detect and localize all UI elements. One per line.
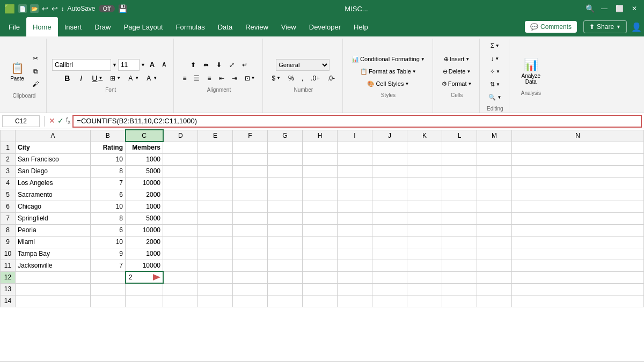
cell-H12[interactable] [303, 271, 338, 283]
clear-btn[interactable]: ✧▼ [485, 65, 504, 77]
font-size-arrow[interactable]: ▼ [141, 62, 145, 68]
cell-A14[interactable] [16, 295, 91, 307]
cell-D14[interactable] [163, 295, 198, 307]
cell-M12[interactable] [477, 271, 512, 283]
cell-H1[interactable] [303, 142, 338, 153]
cell-I6[interactable] [338, 201, 372, 212]
cell-M4[interactable] [477, 177, 512, 189]
number-format-select[interactable]: General [276, 59, 330, 71]
cell-G9[interactable] [268, 236, 303, 248]
cell-B5[interactable]: 6 [91, 189, 126, 201]
cell-K11[interactable] [407, 260, 442, 271]
search-icon[interactable]: 🔍 [586, 4, 595, 13]
cell-C8[interactable]: 10000 [126, 224, 163, 236]
cell-J1[interactable] [372, 142, 407, 153]
cell-I4[interactable] [338, 177, 372, 189]
cell-K6[interactable] [407, 201, 442, 212]
cell-A4[interactable]: Los Angeles [16, 177, 91, 189]
cell-J13[interactable] [372, 283, 407, 295]
cell-A11[interactable]: Jacksonville [16, 260, 91, 271]
cell-F3[interactable] [233, 165, 268, 177]
cell-M2[interactable] [477, 153, 512, 165]
cell-J7[interactable] [372, 212, 407, 224]
cell-A3[interactable]: San Diego [16, 165, 91, 177]
cell-G2[interactable] [268, 153, 303, 165]
cell-B12[interactable] [91, 271, 126, 283]
col-header-d[interactable]: D [163, 130, 198, 142]
cell-A2[interactable]: San Francisco [16, 153, 91, 165]
italic-btn[interactable]: I [75, 72, 87, 84]
cell-C5[interactable]: 2000 [126, 189, 163, 201]
cell-H9[interactable] [303, 236, 338, 248]
font-color-btn[interactable]: A ▼ [143, 72, 160, 84]
menu-file[interactable]: File [2, 17, 26, 36]
cell-C2[interactable]: 1000 [126, 153, 163, 165]
cell-G13[interactable] [268, 283, 303, 295]
cell-E5[interactable] [198, 189, 233, 201]
cell-K8[interactable] [407, 224, 442, 236]
cell-E1[interactable] [198, 142, 233, 153]
format-btn[interactable]: ⚙ Format ▼ [438, 78, 475, 90]
cell-B6[interactable]: 10 [91, 201, 126, 212]
cell-F8[interactable] [233, 224, 268, 236]
cell-I9[interactable] [338, 236, 372, 248]
analyze-data-btn[interactable]: 📊 Analyze Data [515, 55, 547, 87]
cell-B4[interactable]: 7 [91, 177, 126, 189]
col-header-j[interactable]: J [372, 130, 407, 142]
cell-D10[interactable] [163, 248, 198, 260]
cell-J11[interactable] [372, 260, 407, 271]
cell-C11[interactable]: 10000 [126, 260, 163, 271]
row-number-8[interactable]: 8 [1, 224, 16, 236]
cell-J10[interactable] [372, 248, 407, 260]
col-header-m[interactable]: M [477, 130, 512, 142]
cell-N9[interactable] [512, 236, 644, 248]
conditional-formatting-btn[interactable]: 📊 Conditional Formatting ▼ [348, 53, 428, 65]
row-number-2[interactable]: 2 [1, 153, 16, 165]
align-bottom-btn[interactable]: ⬇ [213, 59, 225, 71]
cell-I8[interactable] [338, 224, 372, 236]
indent-decrease-btn[interactable]: ⇤ [216, 72, 228, 84]
cell-I2[interactable] [338, 153, 372, 165]
cell-D3[interactable] [163, 165, 198, 177]
cell-E3[interactable] [198, 165, 233, 177]
cell-K4[interactable] [407, 177, 442, 189]
indent-increase-btn[interactable]: ⇥ [229, 72, 240, 84]
font-name-input[interactable] [52, 59, 111, 71]
confirm-formula-btn[interactable]: ✓ [57, 116, 64, 125]
menu-developer[interactable]: Developer [303, 17, 347, 36]
cell-reference[interactable] [2, 115, 40, 127]
cell-I11[interactable] [338, 260, 372, 271]
cell-N8[interactable] [512, 224, 644, 236]
align-center-btn[interactable]: ☰ [191, 72, 203, 84]
cell-I7[interactable] [338, 212, 372, 224]
cell-C13[interactable] [126, 283, 163, 295]
col-header-i[interactable]: I [338, 130, 372, 142]
cell-H3[interactable] [303, 165, 338, 177]
cell-E8[interactable] [198, 224, 233, 236]
undo-btn[interactable]: ↩ [42, 4, 48, 13]
cell-F11[interactable] [233, 260, 268, 271]
cell-A10[interactable]: Tampa Bay [16, 248, 91, 260]
cell-K7[interactable] [407, 212, 442, 224]
cell-D5[interactable] [163, 189, 198, 201]
cell-J14[interactable] [372, 295, 407, 307]
cut-btn[interactable]: ✂ [29, 53, 42, 64]
new-icon[interactable]: 📄 [18, 4, 27, 13]
cell-B8[interactable]: 6 [91, 224, 126, 236]
decrease-font-btn[interactable]: A [159, 59, 169, 71]
col-header-n[interactable]: N [512, 130, 644, 142]
cell-G11[interactable] [268, 260, 303, 271]
cell-B2[interactable]: 10 [91, 153, 126, 165]
cell-B1[interactable]: Rating [91, 142, 126, 153]
menu-review[interactable]: Review [239, 17, 275, 36]
cell-C14[interactable] [126, 295, 163, 307]
col-header-f[interactable]: F [233, 130, 268, 142]
cell-L7[interactable] [442, 212, 477, 224]
cell-H11[interactable] [303, 260, 338, 271]
cell-I5[interactable] [338, 189, 372, 201]
cell-J12[interactable] [372, 271, 407, 283]
cell-J2[interactable] [372, 153, 407, 165]
cell-G3[interactable] [268, 165, 303, 177]
sort-icon[interactable]: ↕ [61, 5, 64, 12]
cell-E11[interactable] [198, 260, 233, 271]
